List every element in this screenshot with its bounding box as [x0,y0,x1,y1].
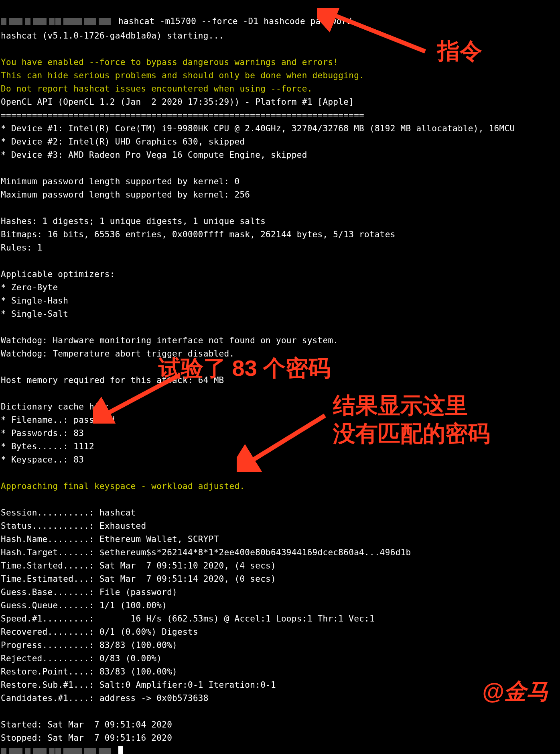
hash-name: Hash.Name........: Ethereum Wallet, SCRY… [1,534,219,544]
warn-line-3: Do not report hashcat issues encountered… [1,84,312,94]
opt-single-salt: * Single-Salt [1,309,68,319]
redacted-prompt [1,16,113,29]
device-1: * Device #1: Intel(R) Core(TM) i9-9980HK… [1,124,515,133]
candidates: Candidates.#1....: address -> 0x0b573638 [1,693,209,703]
command: hashcat -m15700 --force -D1 hashcode pas… [113,16,352,26]
dict-bytes: * Bytes.....: 1112 [1,442,94,451]
guess-base: Guess.Base.......: File (password) [1,587,177,597]
dict-keyspace: * Keyspace..: 83 [1,455,84,465]
guess-queue: Guess.Queue......: 1/1 (100.00%) [1,601,167,610]
prompt-line: hashcat -m15700 --force -D1 hashcode pas… [1,16,352,26]
host-mem: Host memory required for this attack: 64… [1,375,224,385]
progress: Progress.........: 83/83 (100.00%) [1,640,177,650]
dict-header: Dictionary cache hit: [1,402,110,412]
rules: Rules: 1 [1,243,43,253]
hashes: Hashes: 1 digests; 1 unique digests, 1 u… [1,216,266,226]
restore-sub: Restore.Sub.#1...: Salt:0 Amplifier:0-1 … [1,680,276,690]
stopped-time: Stopped: Sat Mar 7 09:51:16 2020 [1,733,172,743]
opt-zero-byte: * Zero-Byte [1,283,58,292]
restore-point: Restore.Point....: 83/83 (100.00%) [1,667,177,677]
bitmaps: Bitmaps: 16 bits, 65536 entries, 0x0000f… [1,230,396,239]
hash-target: Hash.Target......: $ethereum$s*262144*8*… [1,548,411,557]
watchdog-2: Watchdog: Temperature abort trigger disa… [1,349,234,359]
recovered: Recovered........: 0/1 (0.00%) Digests [1,627,198,637]
optimizers-header: Applicable optimizers: [1,269,115,279]
device-2: * Device #2: Intel(R) UHD Graphics 630, … [1,137,245,147]
speed: Speed.#1.........: 16 H/s (662.53ms) @ A… [1,614,375,624]
opencl-api: OpenCL API (OpenCL 1.2 (Jan 2 2020 17:35… [1,97,354,107]
warn-line-2: This can hide serious problems and shoul… [1,71,364,80]
time-started: Time.Started.....: Sat Mar 7 09:51:10 20… [1,561,276,571]
divider: ========================================… [1,110,364,120]
final-prompt [1,746,123,754]
min-pass: Minimum password length supported by ker… [1,177,239,186]
terminal-output: hashcat -m15700 --force -D1 hashcode pas… [0,0,560,754]
dict-filename: * Filename..: password [1,415,115,425]
started-time: Started: Sat Mar 7 09:51:04 2020 [1,720,172,730]
rejected: Rejected.........: 0/83 (0.00%) [1,654,162,663]
start-line: hashcat (v5.1.0-1726-ga4db1a0a) starting… [1,31,224,41]
max-pass: Maximum password length supported by ker… [1,190,250,200]
approach-line: Approaching final keyspace - workload ad… [1,481,245,491]
session: Session..........: hashcat [1,508,136,518]
opt-single-hash: * Single-Hash [1,296,68,306]
cursor-block [118,746,123,754]
device-3: * Device #3: AMD Radeon Pro Vega 16 Comp… [1,150,307,160]
dict-passwords: * Passwords.: 83 [1,428,84,438]
time-estimated: Time.Estimated...: Sat Mar 7 09:51:14 20… [1,574,276,584]
watchdog-1: Watchdog: Hardware monitoring interface … [1,336,338,345]
status: Status...........: Exhausted [1,521,146,531]
warn-line-1: You have enabled --force to bypass dange… [1,57,338,67]
